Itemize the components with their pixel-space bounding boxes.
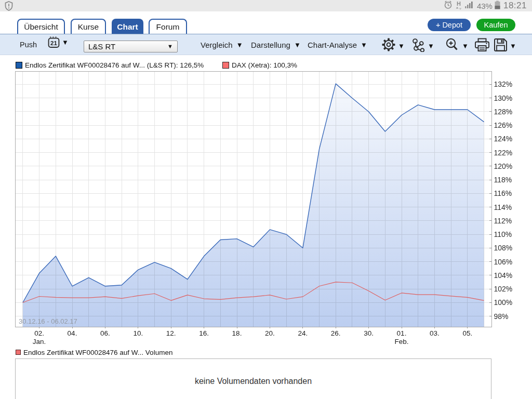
svg-text:106%: 106% [494,258,513,266]
svg-text:114%: 114% [494,203,512,211]
chevron-down-icon: ▼ [167,44,173,49]
svg-text:02.: 02. [34,329,44,337]
svg-text:110%: 110% [494,230,512,238]
exchange-select-value: L&S RT [88,42,167,51]
x-axis-labels: 02.Jan.04.06.10.12.16.18.20.24.26.30.01.… [33,327,472,345]
svg-text:30.: 30. [364,329,374,337]
status-bar: H 43% [0,0,532,11]
app: H 43% [0,0,532,399]
menu-label: Vergleich [201,41,233,49]
svg-text:24.: 24. [298,329,308,337]
svg-text:116%: 116% [494,189,512,197]
menu-darstellung[interactable]: Darstellung ▼ [251,38,301,51]
tab-label: Kurse [78,22,99,32]
svg-text:05.: 05. [462,329,472,337]
menu-vergleich[interactable]: Vergleich ▼ [201,38,243,51]
svg-text:03.: 03. [430,329,440,337]
interval-days: 21 [50,40,57,46]
svg-text:16.: 16. [199,329,209,337]
volume-legend-label: Endlos Zertifikat WF00028476 auf W... Vo… [23,349,172,356]
chevron-down-icon: ▼ [361,42,367,48]
volume-color-swatch [16,350,21,355]
zoom-in-icon [445,37,459,54]
svg-text:04.: 04. [68,329,77,337]
tab-label: Chart [117,22,138,32]
svg-text:06.: 06. [100,329,110,337]
svg-text:98%: 98% [494,312,509,321]
chevron-down-icon: ▼ [294,42,301,48]
svg-text:104%: 104% [494,271,513,280]
svg-text:10.: 10. [133,329,143,337]
svg-text:102%: 102% [494,285,513,293]
tab-label: Übersicht [24,22,58,32]
volume-empty-message: keine Volumendaten vorhanden [16,377,491,386]
chevron-down-icon: ▼ [236,42,243,48]
chevron-down-icon: ▼ [398,43,405,49]
clock-time: 18:21 [503,1,527,11]
network-hspa-icon: H [456,1,462,10]
svg-text:108%: 108% [494,244,513,252]
menu-chart-analyse[interactable]: Chart-Analyse ▼ [308,38,367,51]
svg-text:Jan.: Jan. [33,338,46,345]
svg-text:128%: 128% [494,108,513,116]
volume-panel: keine Volumendaten vorhanden [15,358,491,399]
gear-icon [381,37,396,54]
svg-text:20.: 20. [265,329,275,337]
button-label: + Depot [436,21,462,29]
svg-text:122%: 122% [494,149,513,157]
alarm-icon [444,0,453,11]
svg-text:Feb.: Feb. [394,338,408,345]
svg-text:120%: 120% [494,162,513,170]
status-indicators: H 43% [444,0,527,11]
chevron-down-icon: ▼ [428,43,434,49]
svg-text:01.: 01. [397,329,407,337]
svg-text:132%: 132% [494,80,513,88]
save-button[interactable]: ▼ [494,38,516,54]
legend-volume: Endlos Zertifikat WF00028476 auf W... Vo… [16,349,172,355]
interval-button[interactable]: 21 ▼ [48,36,69,48]
tab-uebersicht[interactable]: Übersicht [17,19,65,34]
menu-label: Chart-Analyse [308,41,357,49]
svg-text:18.: 18. [232,329,242,337]
svg-text:126%: 126% [494,121,513,129]
calendar-icon: 21 [48,36,60,48]
svg-text:130%: 130% [494,94,513,102]
printer-icon [474,38,490,54]
indicators-icon [411,38,425,54]
svg-text:12.: 12. [166,329,176,337]
chevron-down-icon: ▼ [462,43,469,49]
tab-kurse[interactable]: Kurse [71,19,106,34]
svg-text:118%: 118% [494,176,512,184]
tab-label: Forum [156,22,180,32]
shield-alert-icon [4,1,14,13]
buy-button[interactable]: Kaufen [476,19,515,31]
svg-text:112%: 112% [494,217,512,225]
y-axis-labels: 98%100%102%104%106%108%110%112%114%116%1… [489,80,513,320]
signal-strength-icon [465,1,474,11]
push-label: Push [20,38,37,51]
chevron-down-icon: ▼ [510,43,516,49]
chevron-down-icon: ▼ [62,39,69,46]
zoom-button[interactable]: ▼ [445,37,469,54]
battery-icon [495,1,500,11]
chart-toolbar: Push 21 ▼ L&S RT ▼ Vergleich ▼ Darstellu… [0,34,532,55]
save-icon [494,38,508,54]
price-chart[interactable]: 30.12.16 - 06.02.1798%100%102%104%106%10… [0,68,532,351]
print-button[interactable] [474,38,490,54]
chart-watermark: 30.12.16 - 06.02.17 [19,317,77,325]
exchange-select[interactable]: L&S RT ▼ [84,41,178,52]
tab-chart[interactable]: Chart [112,19,143,34]
svg-text:124%: 124% [494,135,513,143]
svg-text:26.: 26. [331,329,341,337]
tab-forum[interactable]: Forum [149,19,187,34]
battery-percent: 43% [477,2,493,10]
add-depot-button[interactable]: + Depot [428,19,471,31]
menu-label: Darstellung [251,41,290,49]
settings-button[interactable]: ▼ [381,37,405,54]
indicators-button[interactable]: ▼ [411,38,434,54]
button-label: Kaufen [484,21,508,29]
svg-text:100%: 100% [494,298,513,307]
